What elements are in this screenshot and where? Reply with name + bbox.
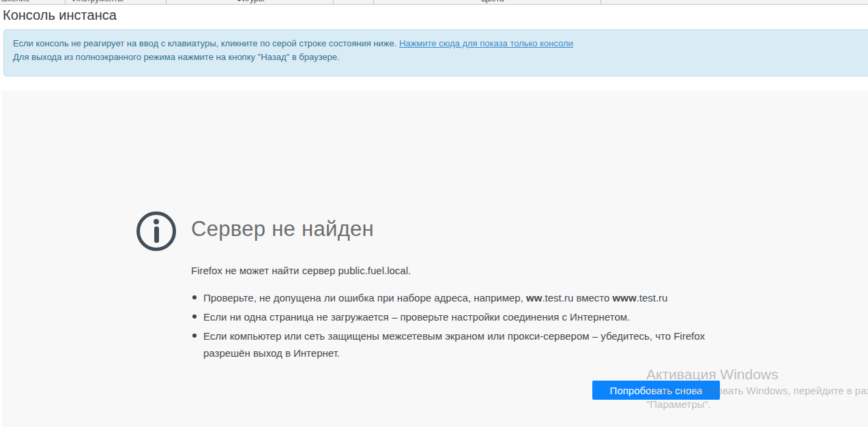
error-title: Сервер не найден xyxy=(191,217,374,241)
error-bullet-connection: Если ни одна страница не загружается – п… xyxy=(203,308,712,325)
bullet1-prefix: Проверьте, не допущена ли ошибка при наб… xyxy=(203,292,526,304)
error-description: Firefox не может найти сервер public.fue… xyxy=(191,265,411,276)
bullet1-bold-www: www xyxy=(613,292,637,304)
show-console-link[interactable]: Нажмите сюда для показа только консоли xyxy=(399,38,573,48)
menu-separator xyxy=(373,0,374,5)
notice-text: Если консоль не реагирует на ввод с клав… xyxy=(13,38,399,48)
menu-item-shapes[interactable]: Фигуры xyxy=(236,0,264,3)
error-suggestions-list: Проверьте, не допущена ли ошибка при наб… xyxy=(203,289,712,364)
menu-item-colors[interactable]: Цвета xyxy=(481,0,504,3)
notice-line-2: Для выхода из полноэкранного режима нажм… xyxy=(13,50,862,64)
menu-separator xyxy=(166,0,167,5)
menu-bar: ажение Инструменты Фигуры Цвета xyxy=(0,0,868,5)
page-header: Консоль инстанса xyxy=(0,5,868,29)
page-title: Консоль инстанса xyxy=(3,8,117,23)
bullet1-suffix: .test.ru xyxy=(637,292,668,304)
menu-separator xyxy=(333,0,334,5)
menu-item-tools[interactable]: Инструменты xyxy=(72,0,124,3)
info-icon xyxy=(136,211,176,251)
error-bullet-typo: Проверьте, не допущена ли ошибка при наб… xyxy=(203,289,712,306)
notice-line-1: Если консоль не реагирует на ввод с клав… xyxy=(13,37,862,50)
bullet1-bold-ww: ww xyxy=(526,292,542,304)
error-bullet-firewall: Если компьютер или сеть защищены межсете… xyxy=(203,327,712,362)
menu-item-image[interactable]: ажение xyxy=(1,0,29,3)
console-notice: Если консоль не реагирует на ввод с клав… xyxy=(3,29,868,76)
retry-button[interactable]: Попробовать снова xyxy=(592,381,720,400)
menu-separator xyxy=(601,0,601,5)
console-screen[interactable] xyxy=(2,91,868,427)
info-icon-dot xyxy=(154,219,159,224)
info-icon-stem xyxy=(154,226,159,243)
menu-separator xyxy=(65,0,66,5)
bullet1-mid: .test.ru вместо xyxy=(542,292,612,304)
